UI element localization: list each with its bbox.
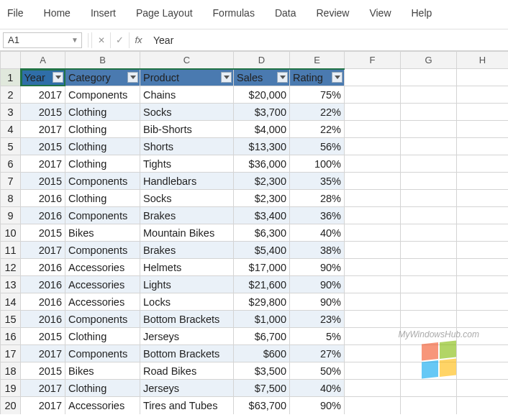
table-header-category[interactable]: Category xyxy=(65,69,140,86)
cell-rating[interactable]: 56% xyxy=(290,138,345,155)
cell-empty[interactable] xyxy=(345,345,401,362)
cell-empty[interactable] xyxy=(345,362,401,380)
filter-dropdown-icon[interactable] xyxy=(53,72,63,83)
cell-category[interactable]: Clothing xyxy=(65,121,140,138)
cell-year[interactable]: 2016 xyxy=(21,190,65,207)
row-header[interactable]: 6 xyxy=(1,155,21,173)
table-header-year[interactable]: Year xyxy=(21,69,65,86)
cell-category[interactable]: Components xyxy=(65,345,140,362)
cell-empty[interactable] xyxy=(457,224,509,242)
cell-empty[interactable] xyxy=(401,328,457,345)
cell-empty[interactable] xyxy=(401,190,457,207)
tab-review[interactable]: Review xyxy=(307,4,360,22)
cell-year[interactable]: 2017 xyxy=(21,86,65,104)
tab-data[interactable]: Data xyxy=(265,4,307,22)
col-header-C[interactable]: C xyxy=(140,52,234,69)
cell-category[interactable]: Clothing xyxy=(65,380,140,397)
cell-category[interactable]: Clothing xyxy=(65,155,140,173)
tab-page-layout[interactable]: Page Layout xyxy=(126,4,203,22)
cell-empty[interactable] xyxy=(345,69,401,86)
col-header-H[interactable]: H xyxy=(457,52,509,69)
cell-empty[interactable] xyxy=(457,328,509,345)
cell-empty[interactable] xyxy=(345,224,401,242)
cell-year[interactable]: 2016 xyxy=(21,207,65,224)
cell-sales[interactable]: $36,000 xyxy=(234,155,290,173)
cell-year[interactable]: 2017 xyxy=(21,380,65,397)
cell-empty[interactable] xyxy=(401,293,457,311)
table-header-product[interactable]: Product xyxy=(140,69,234,86)
col-header-G[interactable]: G xyxy=(401,52,457,69)
cell-product[interactable]: Lights xyxy=(140,276,234,293)
select-all-corner[interactable] xyxy=(1,52,21,69)
cell-category[interactable]: Clothing xyxy=(65,104,140,121)
cell-empty[interactable] xyxy=(401,397,457,414)
cell-sales[interactable]: $13,300 xyxy=(234,138,290,155)
cell-category[interactable]: Components xyxy=(65,86,140,104)
cell-category[interactable]: Clothing xyxy=(65,190,140,207)
cell-product[interactable]: Handlebars xyxy=(140,173,234,190)
tab-home[interactable]: Home xyxy=(34,4,81,22)
cell-sales[interactable]: $3,500 xyxy=(234,362,290,380)
cell-empty[interactable] xyxy=(457,121,509,138)
cell-year[interactable]: 2017 xyxy=(21,345,65,362)
cell-empty[interactable] xyxy=(345,86,401,104)
filter-dropdown-icon[interactable] xyxy=(332,72,343,83)
filter-dropdown-icon[interactable] xyxy=(127,72,138,83)
row-header[interactable]: 13 xyxy=(1,276,21,293)
cell-category[interactable]: Accessories xyxy=(65,397,140,414)
formula-input[interactable] xyxy=(148,32,508,48)
cell-empty[interactable] xyxy=(457,293,509,311)
cell-rating[interactable]: 90% xyxy=(290,397,345,414)
cell-empty[interactable] xyxy=(457,259,509,276)
cell-product[interactable]: Bottom Brackets xyxy=(140,345,234,362)
row-header[interactable]: 9 xyxy=(1,207,21,224)
cell-product[interactable]: Bib-Shorts xyxy=(140,121,234,138)
cell-empty[interactable] xyxy=(401,276,457,293)
tab-file[interactable]: File xyxy=(3,4,34,22)
cell-category[interactable]: Accessories xyxy=(65,259,140,276)
col-header-A[interactable]: A xyxy=(21,52,65,69)
cell-year[interactable]: 2015 xyxy=(21,362,65,380)
cell-empty[interactable] xyxy=(345,104,401,121)
cell-empty[interactable] xyxy=(345,293,401,311)
cell-year[interactable]: 2017 xyxy=(21,242,65,259)
row-header[interactable]: 12 xyxy=(1,259,21,276)
cell-rating[interactable]: 35% xyxy=(290,173,345,190)
spreadsheet-grid[interactable]: A B C D E F G H 1YearCategoryProductSale… xyxy=(0,51,508,414)
cell-category[interactable]: Components xyxy=(65,207,140,224)
fx-icon[interactable]: fx xyxy=(129,32,148,48)
row-header[interactable]: 17 xyxy=(1,345,21,362)
cell-year[interactable]: 2017 xyxy=(21,155,65,173)
row-header[interactable]: 20 xyxy=(1,397,21,414)
cell-year[interactable]: 2016 xyxy=(21,293,65,311)
cell-empty[interactable] xyxy=(401,69,457,86)
cell-empty[interactable] xyxy=(345,397,401,414)
cell-empty[interactable] xyxy=(401,173,457,190)
row-header[interactable]: 19 xyxy=(1,380,21,397)
cell-empty[interactable] xyxy=(345,276,401,293)
cell-empty[interactable] xyxy=(401,138,457,155)
cell-product[interactable]: Brakes xyxy=(140,242,234,259)
cell-rating[interactable]: 40% xyxy=(290,224,345,242)
row-header[interactable]: 5 xyxy=(1,138,21,155)
cell-sales[interactable]: $2,300 xyxy=(234,173,290,190)
row-header[interactable]: 4 xyxy=(1,121,21,138)
cell-product[interactable]: Tights xyxy=(140,155,234,173)
cell-year[interactable]: 2017 xyxy=(21,397,65,414)
cell-product[interactable]: Jerseys xyxy=(140,328,234,345)
cell-empty[interactable] xyxy=(457,104,509,121)
cell-sales[interactable]: $2,300 xyxy=(234,190,290,207)
table-header-rating[interactable]: Rating xyxy=(290,69,345,86)
col-header-F[interactable]: F xyxy=(345,52,401,69)
row-header[interactable]: 15 xyxy=(1,311,21,328)
cell-product[interactable]: Road Bikes xyxy=(140,362,234,380)
tab-view[interactable]: View xyxy=(359,4,401,22)
row-header[interactable]: 1 xyxy=(1,69,21,86)
cell-product[interactable]: Mountain Bikes xyxy=(140,224,234,242)
cell-year[interactable]: 2015 xyxy=(21,138,65,155)
cell-product[interactable]: Jerseys xyxy=(140,380,234,397)
cell-year[interactable]: 2016 xyxy=(21,259,65,276)
cell-rating[interactable]: 23% xyxy=(290,311,345,328)
cell-empty[interactable] xyxy=(457,345,509,362)
cell-empty[interactable] xyxy=(345,190,401,207)
